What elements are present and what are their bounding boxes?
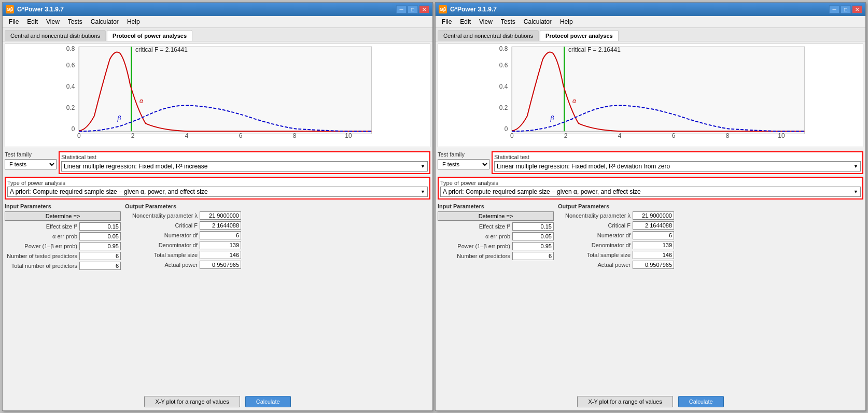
calculate-btn-2[interactable]: Calculate [678, 396, 724, 407]
content-2: Test family F tests Statistical test Lin… [436, 149, 865, 393]
xy-plot-btn-1[interactable]: X-Y plot for a range of values [144, 396, 240, 407]
out-totalsample-label-1: Total sample size [125, 252, 198, 258]
test-family-box-2: Test family F tests [438, 151, 489, 174]
out-noncent-1: Noncentrality parameter λ [125, 211, 241, 220]
out-totalsample-input-2[interactable] [633, 251, 674, 259]
minimize-btn-1[interactable]: ─ [396, 5, 407, 13]
power-dropdown-1[interactable]: A priori: Compute required sample size –… [7, 187, 428, 197]
svg-text:critical F = 2.16441: critical F = 2.16441 [135, 46, 188, 53]
param-effect-input-2[interactable] [512, 222, 554, 231]
param-total-input-1[interactable] [79, 262, 121, 270]
out-critf-input-2[interactable] [633, 221, 674, 230]
svg-text:6: 6 [239, 132, 243, 139]
maximize-btn-1[interactable]: □ [408, 5, 418, 13]
power-value-1: A priori: Compute required sample size –… [10, 188, 208, 195]
determine-btn-2[interactable]: Determine => [438, 211, 554, 221]
out-noncent-label-2: Noncentrality parameter λ [558, 212, 631, 219]
window-title-1: G*Power 3.1.9.7 [17, 6, 64, 13]
close-btn-2[interactable]: ✕ [852, 5, 862, 13]
test-family-select-1[interactable]: F tests [5, 159, 57, 169]
out-noncent-input-1[interactable] [200, 211, 241, 220]
param-tested-input-1[interactable] [79, 252, 121, 260]
out-totalsample-2: Total sample size [558, 251, 674, 259]
menu-help-1[interactable]: Help [123, 17, 144, 26]
out-numdf-input-2[interactable] [633, 231, 674, 239]
param-alpha-input-1[interactable] [79, 232, 121, 240]
out-dendf-input-2[interactable] [633, 241, 674, 249]
menu-file-1[interactable]: File [5, 17, 23, 26]
menu-help-2[interactable]: Help [556, 17, 577, 26]
xy-plot-btn-2[interactable]: X-Y plot for a range of values [577, 396, 673, 407]
out-totalsample-input-1[interactable] [200, 251, 241, 259]
test-family-select-2[interactable]: F tests [438, 159, 489, 169]
tabs-2: Central and noncentral distributions Pro… [436, 28, 865, 41]
out-critf-input-1[interactable] [200, 221, 241, 230]
menu-view-2[interactable]: View [475, 17, 497, 26]
determine-btn-1[interactable]: Determine => [5, 211, 121, 221]
close-btn-1[interactable]: ✕ [419, 5, 429, 13]
output-params-col-1: Output Parameters Noncentrality paramete… [125, 203, 241, 271]
out-actualpower-input-2[interactable] [633, 261, 674, 269]
output-params-header-2: Output Parameters [558, 203, 674, 209]
stat-test-dropdown-2[interactable]: Linear multiple regression: Fixed model,… [494, 161, 861, 172]
calculate-btn-1[interactable]: Calculate [245, 396, 291, 407]
param-effect-input-1[interactable] [79, 222, 121, 231]
menu-edit-1[interactable]: Edit [23, 17, 42, 26]
out-noncent-label-1: Noncentrality parameter λ [125, 212, 198, 219]
menu-calculator-2[interactable]: Calculator [520, 17, 556, 26]
tab-distributions-2[interactable]: Central and noncentral distributions [438, 30, 539, 41]
svg-text:4: 4 [618, 132, 622, 139]
out-actualpower-input-1[interactable] [200, 261, 241, 269]
stat-test-dropdown-1[interactable]: Linear multiple regression: Fixed model,… [61, 161, 428, 172]
input-params-col-2: Input Parameters Determine => Effect siz… [438, 203, 554, 270]
out-dendf-input-1[interactable] [200, 241, 241, 249]
out-numdf-input-1[interactable] [200, 231, 241, 239]
window-controls-2: ─ □ ✕ [829, 5, 862, 13]
svg-text:6: 6 [672, 132, 676, 139]
out-numdf-label-2: Numerator df [558, 232, 631, 238]
svg-text:critical F = 2.16441: critical F = 2.16441 [568, 46, 621, 53]
menu-file-2[interactable]: File [438, 17, 456, 26]
out-actualpower-label-2: Actual power [558, 262, 631, 268]
minimize-btn-2[interactable]: ─ [829, 5, 839, 13]
svg-text:10: 10 [778, 132, 785, 139]
param-predictors-input-2[interactable] [512, 252, 554, 260]
out-noncent-2: Noncentrality parameter λ [558, 211, 674, 220]
param-row-power-2: Power (1–β err prob) [438, 242, 554, 250]
tab-protocol-2[interactable]: Protocol power analyses [540, 30, 619, 41]
menu-tests-2[interactable]: Tests [497, 17, 520, 26]
out-actualpower-label-1: Actual power [125, 262, 198, 268]
power-analysis-box-1: Type of power analysis A priori: Compute… [5, 177, 430, 200]
param-power-input-2[interactable] [512, 242, 554, 250]
tab-distributions-1[interactable]: Central and noncentral distributions [5, 30, 106, 41]
power-type-label-2: Type of power analysis [440, 180, 498, 186]
menu-view-1[interactable]: View [42, 17, 64, 26]
title-bar-1: Gβ G*Power 3.1.9.7 ─ □ ✕ [3, 3, 432, 16]
tab-protocol-1[interactable]: Protocol of power analyses [107, 30, 192, 41]
stat-test-value-1: Linear multiple regression: Fixed model,… [64, 163, 207, 170]
svg-text:0: 0 [72, 125, 75, 133]
menu-bar-2: File Edit View Tests Calculator Help [436, 16, 865, 28]
output-params-col-2: Output Parameters Noncentrality paramete… [558, 203, 674, 270]
param-effect-label-2: Effect size f² [438, 223, 510, 230]
menu-edit-2[interactable]: Edit [456, 17, 475, 26]
stat-test-value-2: Linear multiple regression: Fixed model,… [497, 163, 670, 170]
param-alpha-input-2[interactable] [512, 232, 554, 240]
test-row-1: Test family F tests Statistical test Lin… [5, 151, 430, 174]
out-totalsample-1: Total sample size [125, 251, 241, 259]
stat-test-box-1: Statistical test Linear multiple regress… [59, 151, 430, 174]
param-power-label-2: Power (1–β err prob) [438, 243, 510, 249]
menu-calculator-1[interactable]: Calculator [87, 17, 123, 26]
out-numdf-1: Numerator df [125, 231, 241, 239]
test-family-box-1: Test family F tests [5, 151, 57, 174]
power-dropdown-2[interactable]: A priori: Compute required sample size –… [440, 187, 861, 197]
param-power-input-1[interactable] [79, 242, 121, 250]
out-numdf-2: Numerator df [558, 231, 674, 239]
maximize-btn-2[interactable]: □ [841, 5, 851, 13]
input-params-col-1: Input Parameters Determine => Effect siz… [5, 203, 121, 271]
param-tested-label-1: Number of tested predictors [5, 253, 77, 259]
out-noncent-input-2[interactable] [633, 211, 674, 220]
menu-tests-1[interactable]: Tests [64, 17, 87, 26]
svg-text:0.6: 0.6 [66, 62, 75, 69]
svg-text:8: 8 [726, 132, 730, 139]
